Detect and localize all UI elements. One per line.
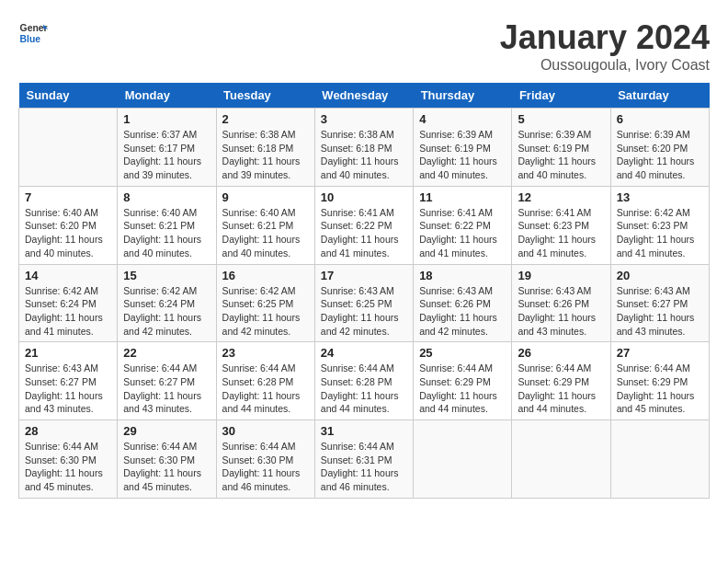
logo-icon: General Blue <box>18 18 48 48</box>
table-row: 22Sunrise: 6:44 AM Sunset: 6:27 PM Dayli… <box>118 342 216 420</box>
table-row: 8Sunrise: 6:40 AM Sunset: 6:21 PM Daylig… <box>118 186 216 264</box>
table-row: 10Sunrise: 6:41 AM Sunset: 6:22 PM Dayli… <box>314 186 413 264</box>
day-number: 27 <box>617 346 703 360</box>
table-row: 30Sunrise: 6:44 AM Sunset: 6:30 PM Dayli… <box>216 420 314 499</box>
table-row: 9Sunrise: 6:40 AM Sunset: 6:21 PM Daylig… <box>216 186 314 264</box>
day-number: 7 <box>25 190 111 204</box>
day-number: 21 <box>25 346 111 360</box>
day-number: 25 <box>419 346 506 360</box>
day-number: 28 <box>25 424 111 438</box>
day-info: Sunrise: 6:43 AM Sunset: 6:27 PM Dayligh… <box>617 284 703 339</box>
day-info: Sunrise: 6:40 AM Sunset: 6:20 PM Dayligh… <box>25 206 111 260</box>
header-friday: Friday <box>512 83 610 109</box>
table-row: 13Sunrise: 6:42 AM Sunset: 6:23 PM Dayli… <box>610 186 709 264</box>
table-row: 25Sunrise: 6:44 AM Sunset: 6:29 PM Dayli… <box>414 342 512 420</box>
table-row: 21Sunrise: 6:43 AM Sunset: 6:27 PM Dayli… <box>19 342 118 420</box>
calendar-title: January 2024 <box>500 18 710 57</box>
header-thursday: Thursday <box>414 83 512 109</box>
table-row <box>19 109 118 187</box>
table-row: 20Sunrise: 6:43 AM Sunset: 6:27 PM Dayli… <box>610 264 709 342</box>
table-row: 19Sunrise: 6:43 AM Sunset: 6:26 PM Dayli… <box>512 264 610 342</box>
day-number: 1 <box>123 112 210 126</box>
header-sunday: Sunday <box>19 83 118 109</box>
day-number: 29 <box>123 424 210 438</box>
day-info: Sunrise: 6:42 AM Sunset: 6:24 PM Dayligh… <box>25 284 111 339</box>
logo: General Blue <box>18 18 48 48</box>
table-row: 5Sunrise: 6:39 AM Sunset: 6:19 PM Daylig… <box>512 109 610 187</box>
day-number: 11 <box>419 190 506 204</box>
day-info: Sunrise: 6:41 AM Sunset: 6:23 PM Dayligh… <box>518 206 604 260</box>
table-row: 11Sunrise: 6:41 AM Sunset: 6:22 PM Dayli… <box>414 186 512 264</box>
table-row: 18Sunrise: 6:43 AM Sunset: 6:26 PM Dayli… <box>414 264 512 342</box>
day-info: Sunrise: 6:44 AM Sunset: 6:31 PM Dayligh… <box>321 440 407 494</box>
day-info: Sunrise: 6:39 AM Sunset: 6:20 PM Dayligh… <box>617 128 703 182</box>
calendar-week-row: 14Sunrise: 6:42 AM Sunset: 6:24 PM Dayli… <box>19 264 710 342</box>
header-saturday: Saturday <box>610 83 709 109</box>
day-info: Sunrise: 6:44 AM Sunset: 6:30 PM Dayligh… <box>25 440 111 494</box>
day-info: Sunrise: 6:39 AM Sunset: 6:19 PM Dayligh… <box>419 128 506 182</box>
day-number: 30 <box>222 424 309 438</box>
table-row: 15Sunrise: 6:42 AM Sunset: 6:24 PM Dayli… <box>118 264 216 342</box>
day-number: 22 <box>123 346 210 360</box>
table-row: 3Sunrise: 6:38 AM Sunset: 6:18 PM Daylig… <box>314 109 413 187</box>
day-number: 31 <box>321 424 407 438</box>
day-number: 23 <box>222 346 309 360</box>
table-row: 16Sunrise: 6:42 AM Sunset: 6:25 PM Dayli… <box>216 264 314 342</box>
table-row: 26Sunrise: 6:44 AM Sunset: 6:29 PM Dayli… <box>512 342 610 420</box>
table-row: 12Sunrise: 6:41 AM Sunset: 6:23 PM Dayli… <box>512 186 610 264</box>
day-number: 4 <box>419 112 506 126</box>
day-number: 9 <box>222 190 309 204</box>
day-number: 8 <box>123 190 210 204</box>
day-info: Sunrise: 6:38 AM Sunset: 6:18 PM Dayligh… <box>321 128 407 182</box>
day-info: Sunrise: 6:43 AM Sunset: 6:27 PM Dayligh… <box>25 362 111 416</box>
svg-text:Blue: Blue <box>20 34 41 44</box>
day-number: 5 <box>518 112 604 126</box>
header-wednesday: Wednesday <box>314 83 413 109</box>
day-number: 12 <box>518 190 604 204</box>
day-number: 2 <box>222 112 309 126</box>
table-row: 24Sunrise: 6:44 AM Sunset: 6:28 PM Dayli… <box>314 342 413 420</box>
day-info: Sunrise: 6:38 AM Sunset: 6:18 PM Dayligh… <box>222 128 309 182</box>
table-row: 1Sunrise: 6:37 AM Sunset: 6:17 PM Daylig… <box>118 109 216 187</box>
day-number: 6 <box>617 112 703 126</box>
day-info: Sunrise: 6:41 AM Sunset: 6:22 PM Dayligh… <box>321 206 407 260</box>
header-monday: Monday <box>118 83 216 109</box>
day-info: Sunrise: 6:37 AM Sunset: 6:17 PM Dayligh… <box>123 128 210 182</box>
day-info: Sunrise: 6:44 AM Sunset: 6:29 PM Dayligh… <box>617 362 703 416</box>
day-info: Sunrise: 6:44 AM Sunset: 6:29 PM Dayligh… <box>419 362 506 416</box>
day-info: Sunrise: 6:42 AM Sunset: 6:23 PM Dayligh… <box>617 206 703 260</box>
day-number: 16 <box>222 269 309 282</box>
table-row: 31Sunrise: 6:44 AM Sunset: 6:31 PM Dayli… <box>314 420 413 499</box>
day-number: 17 <box>321 269 407 282</box>
day-number: 26 <box>518 346 604 360</box>
table-row: 28Sunrise: 6:44 AM Sunset: 6:30 PM Dayli… <box>19 420 118 499</box>
table-row: 7Sunrise: 6:40 AM Sunset: 6:20 PM Daylig… <box>19 186 118 264</box>
day-info: Sunrise: 6:44 AM Sunset: 6:29 PM Dayligh… <box>518 362 604 416</box>
table-row <box>610 420 709 499</box>
day-info: Sunrise: 6:40 AM Sunset: 6:21 PM Dayligh… <box>123 206 210 260</box>
calendar-week-row: 1Sunrise: 6:37 AM Sunset: 6:17 PM Daylig… <box>19 109 710 187</box>
page-header: General Blue January 2024 Oussougoula, I… <box>18 18 710 74</box>
day-info: Sunrise: 6:43 AM Sunset: 6:26 PM Dayligh… <box>518 284 604 339</box>
table-row: 29Sunrise: 6:44 AM Sunset: 6:30 PM Dayli… <box>118 420 216 499</box>
day-info: Sunrise: 6:42 AM Sunset: 6:24 PM Dayligh… <box>123 284 210 339</box>
day-info: Sunrise: 6:43 AM Sunset: 6:26 PM Dayligh… <box>419 284 506 339</box>
day-info: Sunrise: 6:42 AM Sunset: 6:25 PM Dayligh… <box>222 284 309 339</box>
day-info: Sunrise: 6:41 AM Sunset: 6:22 PM Dayligh… <box>419 206 506 260</box>
day-number: 14 <box>25 269 111 282</box>
table-row: 23Sunrise: 6:44 AM Sunset: 6:28 PM Dayli… <box>216 342 314 420</box>
day-number: 13 <box>617 190 703 204</box>
day-number: 18 <box>419 269 506 282</box>
day-number: 24 <box>321 346 407 360</box>
calendar-week-row: 7Sunrise: 6:40 AM Sunset: 6:20 PM Daylig… <box>19 186 710 264</box>
calendar-table: Sunday Monday Tuesday Wednesday Thursday… <box>18 83 710 499</box>
table-row: 17Sunrise: 6:43 AM Sunset: 6:25 PM Dayli… <box>314 264 413 342</box>
day-info: Sunrise: 6:44 AM Sunset: 6:30 PM Dayligh… <box>222 440 309 494</box>
table-row: 2Sunrise: 6:38 AM Sunset: 6:18 PM Daylig… <box>216 109 314 187</box>
day-info: Sunrise: 6:40 AM Sunset: 6:21 PM Dayligh… <box>222 206 309 260</box>
day-number: 10 <box>321 190 407 204</box>
days-header-row: Sunday Monday Tuesday Wednesday Thursday… <box>19 83 710 109</box>
table-row <box>512 420 610 499</box>
day-number: 19 <box>518 269 604 282</box>
table-row <box>414 420 512 499</box>
